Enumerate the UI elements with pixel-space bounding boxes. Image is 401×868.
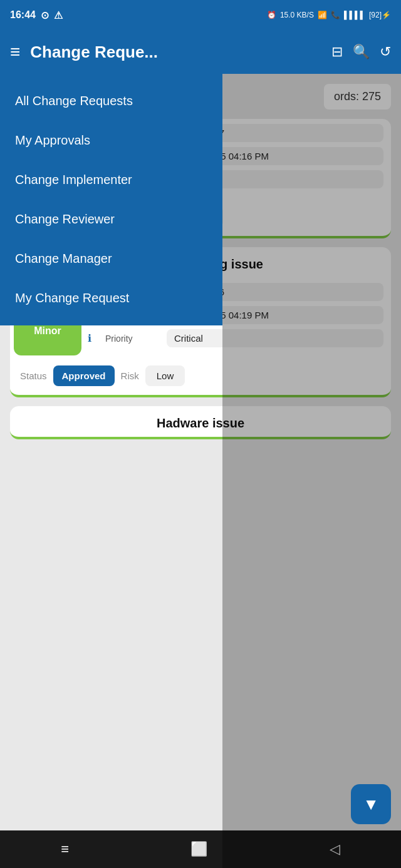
call-icon: 📞: [331, 11, 340, 19]
menu-my-approvals[interactable]: My Approvals: [0, 121, 222, 160]
search-button[interactable]: 🔍: [353, 44, 370, 60]
priority-label-2: Priority: [105, 334, 162, 344]
speed-display: 15.0 KB/S: [280, 11, 314, 19]
time-display: 16:44: [10, 9, 36, 21]
app-header: ≡ Change Reque... ⊟ 🔍 ↺: [0, 30, 401, 74]
menu-all-change-requests[interactable]: All Change Requests: [0, 81, 222, 121]
alert-icon: ⚠: [54, 9, 63, 21]
wifi-icon: 📶: [318, 11, 327, 19]
status-time: 16:44 ⊙ ⚠: [10, 9, 63, 21]
dropdown-overlay[interactable]: [222, 74, 401, 868]
filter-fab-icon: ▼: [363, 795, 379, 814]
battery-display: [92]⚡: [369, 11, 391, 19]
priority-icon-2: ℹ: [88, 332, 100, 344]
refresh-button[interactable]: ↺: [380, 44, 391, 60]
menu-my-change-request[interactable]: My Change Request: [0, 278, 222, 318]
risk-label-2: Risk: [121, 370, 139, 381]
menu-change-implementer[interactable]: Change Implementer: [0, 160, 222, 200]
dropdown-menu: All Change Requests My Approvals Change …: [0, 74, 222, 325]
sim-icon: ⊙: [41, 9, 49, 21]
signal-icon: ▌▌▌▌: [344, 11, 365, 19]
menu-button[interactable]: ≡: [10, 42, 20, 62]
menu-change-reviewer[interactable]: Change Reviewer: [0, 200, 222, 239]
card-2-risk-value: Low: [145, 365, 185, 386]
alarm-icon: ⏰: [267, 11, 276, 19]
nav-home-icon[interactable]: ⬜: [190, 841, 207, 857]
status-label-2: Status: [20, 370, 47, 381]
card-2-status-badge: Approved: [53, 365, 115, 386]
status-right: ⏰ 15.0 KB/S 📶 📞 ▌▌▌▌ [92]⚡: [267, 11, 391, 19]
nav-menu-icon[interactable]: ≡: [61, 841, 69, 857]
filter-fab[interactable]: ▼: [351, 784, 391, 824]
status-bar: 16:44 ⊙ ⚠ ⏰ 15.0 KB/S 📶 📞 ▌▌▌▌ [92]⚡: [0, 0, 401, 30]
menu-change-manager[interactable]: Change Manager: [0, 239, 222, 278]
app-title: Change Reque...: [30, 43, 321, 62]
filter-button[interactable]: ⊟: [331, 44, 343, 60]
card-2-badge-label: Minor: [34, 325, 61, 337]
